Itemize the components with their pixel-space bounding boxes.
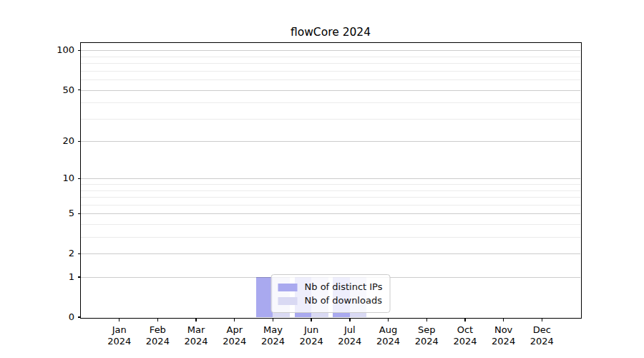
y-tick-label-50: 50 <box>0 84 74 96</box>
gridline-minor-70 <box>81 71 580 72</box>
gridline-minor-7 <box>81 197 580 198</box>
gridline-minor-80 <box>81 63 580 64</box>
x-tick-month: Jun <box>291 324 331 336</box>
y-tick-label-0: 0 <box>0 311 74 323</box>
gridline-minor-30 <box>81 119 580 120</box>
legend: Nb of distinct IPs Nb of downloads <box>271 274 391 313</box>
x-tick-month: Apr <box>215 324 255 336</box>
gridline-major-2 <box>81 253 580 254</box>
y-tick-2 <box>78 253 82 254</box>
x-tick-may <box>273 319 273 322</box>
x-tick-year: 2024 <box>406 336 447 347</box>
x-tick-sep <box>426 319 427 322</box>
legend-swatch-distinct-ips <box>278 284 298 291</box>
x-tick-year: 2024 <box>176 336 216 347</box>
x-tick-label-aug: Aug2024 <box>369 324 409 347</box>
legend-swatch-downloads <box>278 297 298 305</box>
x-tick-year: 2024 <box>99 336 140 347</box>
y-tick-10 <box>78 178 82 179</box>
x-tick-label-nov: Nov2024 <box>484 324 524 347</box>
y-tick-1 <box>78 276 82 277</box>
x-tick-label-oct: Oct2024 <box>445 324 485 347</box>
x-tick-month: Feb <box>137 324 177 336</box>
y-tick-label-20: 20 <box>0 135 74 147</box>
legend-label-downloads: Nb of downloads <box>305 295 382 306</box>
gridline-minor-3 <box>81 237 580 238</box>
x-tick-label-jul: Jul2024 <box>330 324 370 347</box>
x-tick-year: 2024 <box>369 336 409 347</box>
x-tick-year: 2024 <box>137 336 177 347</box>
legend-item-distinct-ips: Nb of distinct IPs <box>278 281 383 293</box>
gridline-minor-6 <box>81 205 580 205</box>
x-tick-month: Jul <box>330 324 370 336</box>
gridline-minor-40 <box>81 102 580 103</box>
x-tick-month: Jan <box>99 324 140 336</box>
x-tick-dec <box>542 319 542 322</box>
gridline-minor-4 <box>81 224 580 225</box>
x-tick-month: Nov <box>484 324 524 336</box>
figure: flowCore 2024 Nb of distinct IPs Nb of d… <box>0 0 644 358</box>
x-tick-label-sep: Sep2024 <box>406 324 447 347</box>
y-tick-label-1: 1 <box>0 271 74 283</box>
gridline-major-50 <box>81 90 580 91</box>
x-tick-month: Aug <box>369 324 409 336</box>
x-tick-apr <box>234 319 235 322</box>
x-tick-label-jan: Jan2024 <box>99 324 140 347</box>
x-tick-year: 2024 <box>330 336 370 347</box>
x-tick-label-may: May2024 <box>253 324 293 347</box>
x-tick-aug <box>388 319 389 322</box>
y-tick-0 <box>78 316 82 317</box>
y-tick-5 <box>78 213 82 214</box>
x-tick-label-apr: Apr2024 <box>215 324 255 347</box>
x-tick-month: Mar <box>176 324 216 336</box>
x-tick-label-dec: Dec2024 <box>522 324 562 347</box>
y-tick-label-2: 2 <box>0 248 74 259</box>
y-tick-label-5: 5 <box>0 208 74 219</box>
gridline-major-20 <box>81 141 580 142</box>
legend-item-downloads: Nb of downloads <box>278 295 383 306</box>
y-tick-100 <box>78 50 82 51</box>
x-tick-month: Dec <box>522 324 562 336</box>
x-tick-feb <box>157 319 158 322</box>
x-tick-year: 2024 <box>484 336 524 347</box>
gridline-major-5 <box>81 213 580 214</box>
y-tick-50 <box>78 90 82 90</box>
x-tick-month: Oct <box>445 324 485 336</box>
x-tick-label-feb: Feb2024 <box>137 324 177 347</box>
x-tick-year: 2024 <box>445 336 485 347</box>
x-tick-month: May <box>253 324 293 336</box>
x-tick-month: Sep <box>406 324 447 336</box>
x-tick-label-mar: Mar2024 <box>176 324 216 347</box>
y-tick-label-100: 100 <box>0 44 74 56</box>
x-tick-year: 2024 <box>215 336 255 347</box>
gridline-minor-9 <box>81 184 580 185</box>
legend-label-distinct-ips: Nb of distinct IPs <box>305 281 383 293</box>
x-tick-jul <box>349 319 350 322</box>
x-tick-year: 2024 <box>291 336 331 347</box>
chart-title: flowCore 2024 <box>81 26 580 39</box>
y-tick-label-10: 10 <box>0 173 74 184</box>
x-tick-year: 2024 <box>522 336 562 347</box>
x-tick-mar <box>195 319 196 322</box>
x-tick-label-jun: Jun2024 <box>291 324 331 347</box>
gridline-major-10 <box>81 178 580 179</box>
gridline-minor-8 <box>81 190 580 191</box>
gridline-major-100 <box>81 50 580 51</box>
x-tick-jun <box>311 319 311 322</box>
x-tick-nov <box>503 319 504 322</box>
x-tick-year: 2024 <box>253 336 293 347</box>
gridline-minor-90 <box>81 57 580 57</box>
x-tick-jan <box>119 319 119 322</box>
y-tick-20 <box>78 141 82 142</box>
x-tick-oct <box>464 319 465 322</box>
gridline-minor-60 <box>81 79 580 80</box>
